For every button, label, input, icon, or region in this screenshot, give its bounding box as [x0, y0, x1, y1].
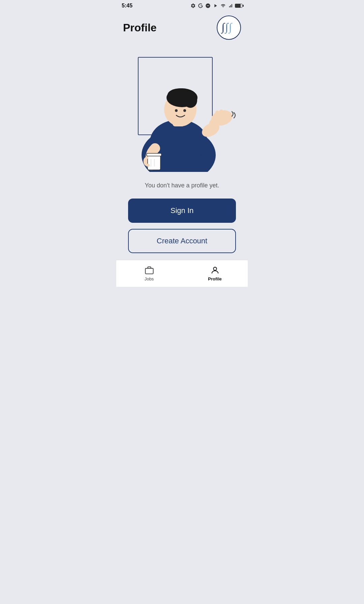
svg-point-12 [183, 109, 186, 112]
profile-label: Profile [208, 276, 221, 281]
svg-text:∫: ∫ [224, 21, 229, 34]
nav-jobs[interactable]: Jobs [116, 260, 182, 287]
google-icon [198, 3, 203, 8]
svg-rect-16 [219, 110, 223, 120]
app-logo: ∫ ∫ ∫ [217, 16, 241, 40]
main-content: You don't have a profile yet. Sign In Cr… [116, 44, 248, 260]
create-account-button[interactable]: Create Account [128, 229, 236, 253]
wifi-icon [220, 3, 226, 8]
logo-svg: ∫ ∫ ∫ [220, 19, 238, 37]
header: Profile ∫ ∫ ∫ [116, 10, 248, 44]
svg-text:∫: ∫ [228, 21, 233, 34]
jobs-icon [145, 266, 154, 275]
svg-rect-20 [148, 154, 160, 170]
svg-point-25 [213, 267, 216, 270]
jobs-label: Jobs [145, 276, 154, 281]
settings-icon [190, 3, 196, 8]
status-bar: 5:45 [116, 0, 248, 10]
svg-point-11 [175, 109, 178, 112]
page-title: Profile [123, 22, 157, 34]
do-not-disturb-icon [205, 3, 211, 8]
sign-in-button[interactable]: Sign In [128, 199, 236, 223]
svg-point-10 [168, 88, 193, 102]
no-profile-text: You don't have a profile yet. [145, 182, 219, 189]
status-icons [190, 3, 242, 8]
profile-icon [210, 266, 220, 275]
play-store-icon [213, 3, 218, 8]
signal-icon [228, 3, 233, 8]
battery-icon [235, 4, 242, 8]
svg-text:∫: ∫ [221, 21, 225, 34]
svg-rect-21 [147, 153, 161, 156]
waving-person-illustration [128, 51, 236, 172]
nav-profile[interactable]: Profile [182, 260, 248, 287]
illustration-container [128, 51, 236, 172]
svg-rect-24 [145, 268, 153, 274]
bottom-nav: Jobs Profile [116, 260, 248, 287]
status-time: 5:45 [122, 3, 132, 9]
